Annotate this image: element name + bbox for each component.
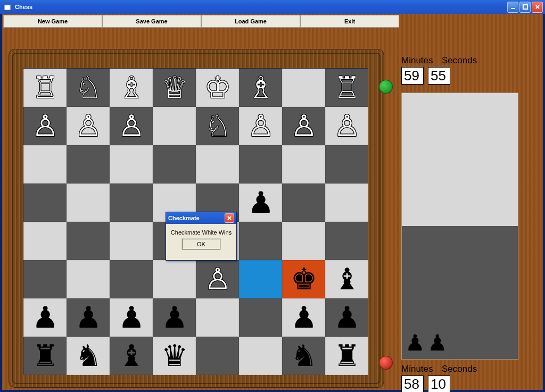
board-square[interactable]: ♞ — [67, 337, 110, 375]
white-pawn-icon[interactable]: ♙ — [118, 111, 145, 141]
white-pawn-icon[interactable]: ♙ — [247, 111, 274, 141]
board-square[interactable] — [67, 222, 110, 260]
board-square[interactable]: ♟ — [110, 298, 153, 337]
black-pawn-icon[interactable]: ♟ — [75, 303, 102, 332]
white-rook-icon[interactable]: ♖ — [334, 73, 360, 103]
black-pawn-icon[interactable]: ♟ — [334, 303, 360, 332]
board-square[interactable]: ♚ — [282, 260, 325, 298]
board-square[interactable]: ♛ — [153, 337, 196, 375]
board-square[interactable] — [282, 222, 325, 260]
white-knight-icon[interactable]: ♘ — [204, 111, 231, 141]
board-square[interactable]: ♙ — [239, 107, 282, 145]
board-square[interactable] — [23, 145, 67, 184]
white-pawn-icon[interactable]: ♙ — [204, 264, 231, 294]
white-pawn-icon[interactable]: ♙ — [291, 111, 317, 141]
white-queen-icon[interactable]: ♕ — [161, 73, 188, 103]
board-square[interactable]: ♟ — [153, 298, 196, 337]
board-square[interactable]: ♗ — [239, 69, 282, 107]
board-square[interactable]: ♙ — [196, 260, 239, 298]
board-square[interactable]: ♝ — [110, 337, 153, 375]
board-square[interactable]: ♙ — [282, 107, 325, 145]
board-square[interactable]: ♟ — [325, 298, 368, 337]
dialog-titlebar[interactable]: Checkmate — [166, 212, 236, 224]
window-titlebar[interactable]: Chess — [0, 0, 545, 14]
black-king-icon[interactable]: ♚ — [291, 264, 317, 294]
board-square[interactable] — [282, 69, 325, 107]
board-square[interactable]: ♙ — [23, 107, 67, 145]
window-minimize-button[interactable] — [507, 2, 518, 13]
board-square[interactable]: ♕ — [153, 69, 196, 107]
board-square[interactable]: ♞ — [282, 337, 325, 375]
board-square[interactable]: ♔ — [196, 69, 239, 107]
black-pawn-icon[interactable]: ♟ — [291, 303, 317, 332]
new-game-button[interactable]: New Game — [3, 15, 102, 28]
black-knight-icon[interactable]: ♞ — [291, 341, 317, 371]
white-pawn-icon[interactable]: ♙ — [32, 111, 59, 141]
board-square[interactable] — [239, 337, 282, 375]
board-square[interactable] — [239, 260, 282, 298]
dialog-ok-button[interactable]: OK — [182, 239, 220, 249]
board-square[interactable] — [110, 184, 153, 222]
exit-button[interactable]: Exit — [300, 15, 399, 28]
dialog-close-button[interactable] — [225, 213, 234, 223]
board-square[interactable] — [153, 107, 196, 145]
white-king-icon[interactable]: ♔ — [204, 73, 231, 103]
board-square[interactable] — [239, 222, 282, 260]
board-square[interactable] — [325, 184, 368, 222]
board-square[interactable]: ♟ — [239, 184, 282, 222]
black-queen-icon[interactable]: ♛ — [161, 341, 188, 371]
board-square[interactable]: ♟ — [67, 298, 110, 337]
board-square[interactable] — [110, 260, 153, 298]
board-square[interactable] — [325, 222, 368, 260]
white-bishop-icon[interactable]: ♗ — [118, 73, 145, 103]
white-rook-icon[interactable]: ♖ — [32, 73, 59, 103]
board-square[interactable]: ♘ — [67, 69, 110, 107]
black-pawn-icon[interactable]: ♟ — [247, 188, 274, 218]
black-pawn-icon[interactable]: ♟ — [32, 303, 59, 332]
board-square[interactable] — [67, 260, 110, 298]
board-square[interactable]: ♙ — [110, 107, 153, 145]
board-square[interactable] — [153, 145, 196, 184]
board-square[interactable]: ♜ — [23, 337, 67, 375]
board-square[interactable]: ♖ — [23, 69, 67, 107]
window-close-button[interactable] — [532, 2, 543, 13]
board-square[interactable]: ♗ — [110, 69, 153, 107]
black-rook-icon[interactable]: ♜ — [334, 341, 360, 371]
board-square[interactable] — [110, 222, 153, 260]
board-square[interactable] — [67, 145, 110, 184]
board-square[interactable] — [67, 184, 110, 222]
board-square[interactable] — [153, 260, 196, 298]
black-bishop-icon[interactable]: ♝ — [118, 341, 145, 371]
board-square[interactable]: ♜ — [325, 337, 368, 375]
board-square[interactable] — [196, 145, 239, 184]
white-pawn-icon[interactable]: ♙ — [75, 111, 102, 141]
white-knight-icon[interactable]: ♘ — [75, 73, 102, 103]
black-pawn-icon[interactable]: ♟ — [161, 303, 188, 332]
board-square[interactable]: ♟ — [23, 298, 67, 337]
board-square[interactable]: ♙ — [67, 107, 110, 145]
board-square[interactable]: ♟ — [282, 298, 325, 337]
black-pawn-icon[interactable]: ♟ — [118, 303, 145, 332]
board-square[interactable] — [282, 145, 325, 184]
board-square[interactable] — [239, 145, 282, 184]
board-square[interactable] — [110, 145, 153, 184]
board-square[interactable] — [23, 184, 67, 222]
window-maximize-button[interactable] — [519, 2, 531, 13]
board-square[interactable] — [23, 222, 67, 260]
board-square[interactable]: ♝ — [325, 260, 368, 298]
white-pawn-icon[interactable]: ♙ — [334, 111, 360, 141]
board-square[interactable] — [196, 337, 239, 375]
board-square[interactable] — [282, 184, 325, 222]
board-square[interactable]: ♖ — [325, 69, 368, 107]
white-bishop-icon[interactable]: ♗ — [247, 73, 274, 103]
board-square[interactable]: ♘ — [196, 107, 239, 145]
load-game-button[interactable]: Load Game — [201, 15, 300, 28]
board-square[interactable] — [325, 145, 368, 184]
board-square[interactable] — [239, 298, 282, 337]
board-square[interactable] — [196, 298, 239, 337]
black-bishop-icon[interactable]: ♝ — [334, 264, 360, 294]
board-square[interactable] — [23, 260, 67, 298]
board-square[interactable]: ♙ — [325, 107, 368, 145]
save-game-button[interactable]: Save Game — [102, 15, 201, 28]
black-knight-icon[interactable]: ♞ — [75, 341, 102, 371]
